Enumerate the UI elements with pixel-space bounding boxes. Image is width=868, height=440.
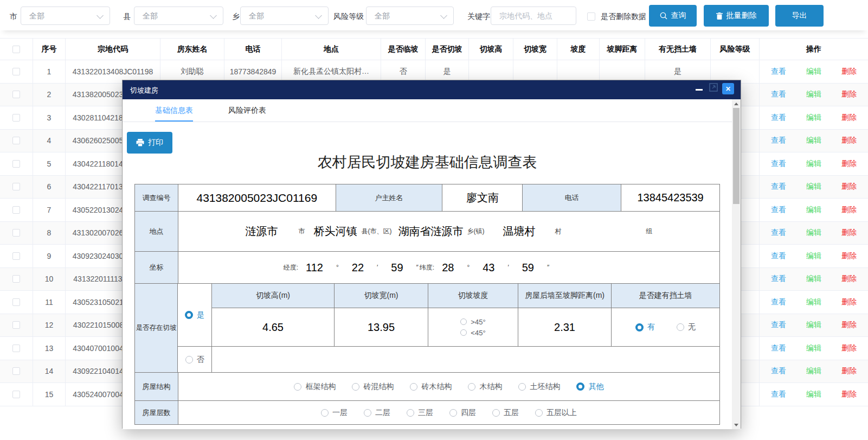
radio-structure-1[interactable]: 砖混结构 [352,382,394,392]
radio-grade-lt45[interactable]: <45° [460,329,485,337]
delete-link[interactable]: 删除 [841,297,857,307]
edit-link[interactable]: 编辑 [806,297,821,307]
delete-link[interactable]: 删除 [841,205,857,215]
scrollbar-thumb[interactable] [733,108,740,204]
view-link[interactable]: 查看 [771,228,786,238]
edit-link[interactable]: 编辑 [806,136,821,145]
delete-link[interactable]: 删除 [841,251,857,261]
delete-link[interactable]: 删除 [841,90,857,99]
row-checkbox[interactable] [12,68,20,75]
radio-wall-yes[interactable]: 有 [635,322,655,332]
edit-link[interactable]: 编辑 [806,159,821,169]
radio-structure-0[interactable]: 框架结构 [294,382,336,392]
radio-grade-gt45[interactable]: >45° [460,318,485,326]
city-select[interactable]: 全部 [21,7,110,25]
row-checkbox[interactable] [12,252,20,260]
row-checkbox[interactable] [12,298,20,306]
view-link[interactable]: 查看 [771,136,786,145]
edit-link[interactable]: 编辑 [806,343,821,353]
radio-structure-5[interactable]: 其他 [576,382,603,392]
vertical-scrollbar[interactable] [732,99,741,429]
radio-floors-5[interactable]: 五层以上 [535,408,577,418]
radio-floors-4[interactable]: 五层 [492,408,519,418]
edit-link[interactable]: 编辑 [806,113,821,123]
delete-link[interactable]: 删除 [841,343,857,353]
view-link[interactable]: 查看 [771,366,786,376]
print-button[interactable]: 打印 [127,132,172,154]
tab-basic-info[interactable]: 基础信息表 [155,106,193,116]
delete-link[interactable]: 删除 [841,390,857,399]
edit-link[interactable]: 编辑 [806,205,821,215]
row-checkbox[interactable] [12,321,20,329]
radio-structure-2[interactable]: 砖木结构 [410,382,452,392]
view-link[interactable]: 查看 [771,67,786,76]
view-link[interactable]: 查看 [771,251,786,261]
radio-structure-3[interactable]: 木结构 [468,382,502,392]
tab-risk-evaluation[interactable]: 风险评价表 [228,106,266,116]
county-select[interactable]: 全部 [134,7,223,25]
scroll-down-arrow[interactable] [732,420,741,429]
edit-link[interactable]: 编辑 [806,90,821,99]
edit-link[interactable]: 编辑 [806,67,821,76]
edit-link[interactable]: 编辑 [806,182,821,192]
radio-slope-yes[interactable]: 是 [185,310,204,320]
scroll-up-arrow[interactable] [732,99,741,108]
cell-ops: 查看编辑删除 [760,360,868,383]
delete-link[interactable]: 删除 [841,113,857,123]
maximize-icon[interactable] [709,83,718,92]
edit-link[interactable]: 编辑 [806,274,821,284]
row-checkbox[interactable] [12,91,20,98]
view-link[interactable]: 查看 [771,297,786,307]
view-link[interactable]: 查看 [771,182,786,192]
sub-header-slope-height: 切坡高(m) [212,284,335,308]
query-button[interactable]: 查询 [649,5,697,27]
radio-floors-1[interactable]: 二层 [364,408,390,418]
risk-select[interactable]: 全部 [366,7,454,25]
close-icon[interactable]: ✕ [722,83,734,94]
view-link[interactable]: 查看 [771,274,786,284]
view-link[interactable]: 查看 [771,343,786,353]
select-all-checkbox[interactable] [12,46,20,53]
delete-link[interactable]: 删除 [841,320,857,330]
keyword-input[interactable] [491,7,576,25]
radio-structure-4[interactable]: 土坯结构 [518,382,560,392]
delete-link[interactable]: 删除 [841,366,857,376]
radio-floors-0[interactable]: 一层 [321,408,348,418]
delete-link[interactable]: 删除 [841,274,857,284]
radio-floors-2[interactable]: 三层 [407,408,433,418]
row-checkbox[interactable] [12,229,20,237]
export-button[interactable]: 导出 [775,5,824,27]
view-link[interactable]: 查看 [771,390,786,399]
view-link[interactable]: 查看 [771,159,786,169]
edit-link[interactable]: 编辑 [806,390,821,399]
row-checkbox[interactable] [12,114,20,122]
township-select[interactable]: 全部 [240,7,329,25]
delete-link[interactable]: 删除 [841,136,857,145]
delete-data-checkbox[interactable] [587,12,595,21]
view-link[interactable]: 查看 [771,205,786,215]
row-checkbox[interactable] [12,137,20,144]
row-checkbox[interactable] [12,275,20,283]
row-checkbox[interactable] [12,345,20,352]
delete-link[interactable]: 删除 [841,182,857,192]
edit-link[interactable]: 编辑 [806,366,821,376]
row-checkbox[interactable] [12,160,20,168]
edit-link[interactable]: 编辑 [806,251,821,261]
delete-link[interactable]: 删除 [841,159,857,169]
minimize-icon[interactable] [696,89,703,91]
row-checkbox[interactable] [12,206,20,214]
radio-floors-3[interactable]: 四层 [449,408,476,418]
edit-link[interactable]: 编辑 [806,320,821,330]
radio-wall-no[interactable]: 无 [677,322,696,332]
edit-link[interactable]: 编辑 [806,228,821,238]
view-link[interactable]: 查看 [771,320,786,330]
batch-delete-button[interactable]: 批量删除 [704,5,769,27]
delete-link[interactable]: 删除 [841,228,857,238]
delete-link[interactable]: 删除 [841,67,857,76]
row-checkbox[interactable] [12,391,20,398]
view-link[interactable]: 查看 [771,90,786,99]
radio-slope-no[interactable]: 否 [185,355,204,365]
row-checkbox[interactable] [12,183,20,190]
view-link[interactable]: 查看 [771,113,786,123]
row-checkbox[interactable] [12,367,20,375]
